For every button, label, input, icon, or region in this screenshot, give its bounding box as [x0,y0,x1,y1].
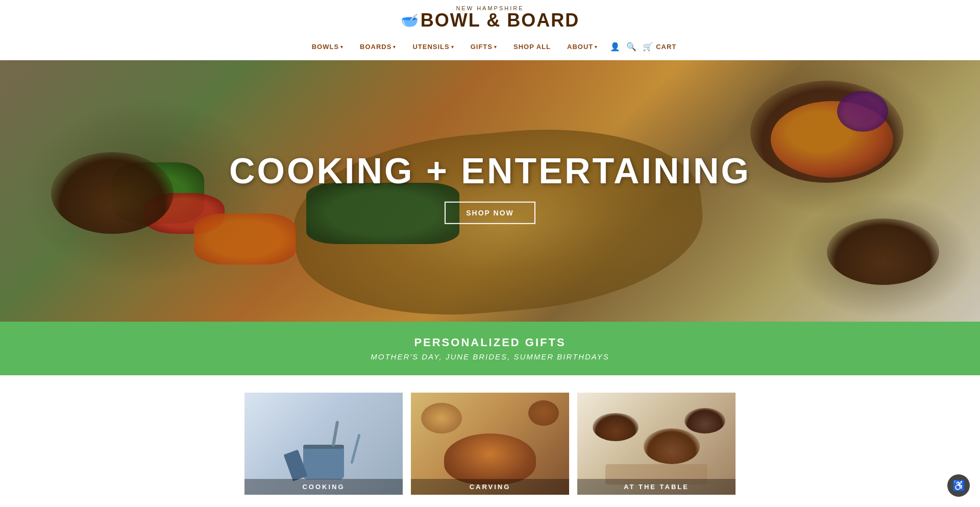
logo-main-text: 🥣 BOWL & BOARD [401,11,579,30]
hero-content: COOKING + ENTERTAINING SHOP NOW [229,151,751,224]
category-label: AT THE TABLE [577,479,736,495]
category-label: CARVING [411,479,569,495]
promo-title: PERSONALIZED GIFTS [10,336,970,349]
accessibility-icon: ♿ [952,479,965,492]
nav-label: GIFTS [471,43,493,51]
hero-cta-button[interactable]: SHOP NOW [445,202,535,224]
logo-bowl-icon: 🥣 [401,13,420,28]
hero-section: COOKING + ENTERTAINING SHOP NOW [0,60,980,322]
nav-label: UTENSILS [412,43,449,51]
chevron-down-icon: ▾ [494,44,497,50]
nav-label: SHOP ALL [513,43,551,51]
nav-item-bowls[interactable]: BOWLS▾ [304,39,352,55]
chevron-down-icon: ▾ [451,44,454,50]
promo-banner[interactable]: PERSONALIZED GIFTS MOTHER'S DAY, JUNE BR… [0,322,980,375]
main-nav: BOWLS▾BOARDS▾UTENSILS▾GIFTS▾SHOP ALLABOU… [304,34,677,60]
accessibility-button[interactable]: ♿ [947,474,970,497]
category-label: COOKING [244,479,403,495]
cart-link[interactable]: 🛒 CART [643,42,676,52]
nav-icons: 👤 🔍 🛒 CART [606,42,676,52]
cart-icon: 🛒 [643,42,653,52]
nav-item-about[interactable]: ABOUT▾ [559,39,606,55]
nav-item-boards[interactable]: BOARDS▾ [352,39,404,55]
category-grid: COOKING CARVING AT THE TABLE [0,375,980,497]
chevron-down-icon: ▾ [595,44,598,50]
search-icon[interactable]: 🔍 [626,42,636,52]
nav-item-utensils[interactable]: UTENSILS▾ [404,39,462,55]
header: NEW HAMPSHIRE 🥣 BOWL & BOARD BOWLS▾BOARD… [0,0,980,60]
promo-subtitle: MOTHER'S DAY, JUNE BRIDES, SUMMER BIRTHD… [10,352,970,361]
nav-item-shop-all[interactable]: SHOP ALL [505,39,559,55]
hero-title: COOKING + ENTERTAINING [229,151,751,191]
nav-label: BOWLS [312,43,339,51]
nav-item-gifts[interactable]: GIFTS▾ [462,39,505,55]
logo[interactable]: NEW HAMPSHIRE 🥣 BOWL & BOARD [401,5,579,30]
cart-label: CART [656,43,676,51]
account-icon[interactable]: 👤 [610,42,620,52]
chevron-down-icon: ▾ [393,44,396,50]
category-card-table[interactable]: AT THE TABLE [577,393,736,495]
chevron-down-icon: ▾ [340,44,344,50]
category-card-carving[interactable]: CARVING [411,393,569,495]
category-card-cooking[interactable]: COOKING [244,393,403,495]
nav-label: BOARDS [360,43,391,51]
nav-label: ABOUT [567,43,593,51]
